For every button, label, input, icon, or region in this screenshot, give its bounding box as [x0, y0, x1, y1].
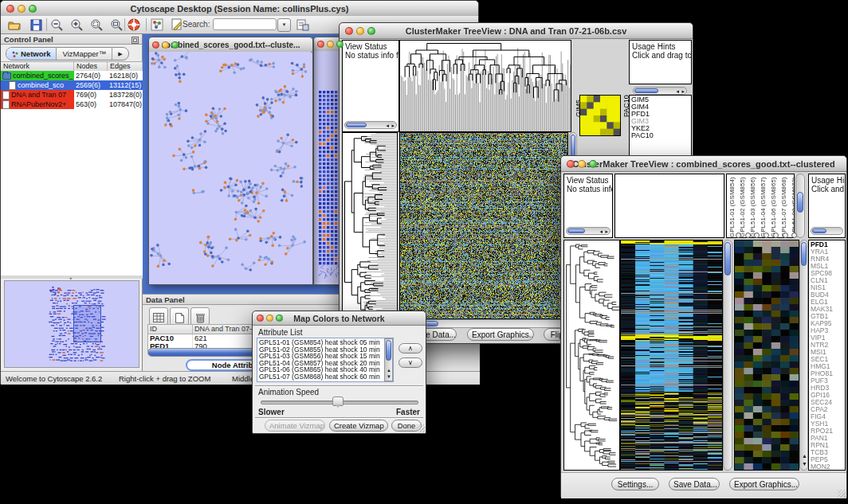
gene-label[interactable]: MON2 — [811, 463, 845, 471]
dialog-titlebar[interactable]: Map Colors to Network — [253, 311, 426, 326]
network-view-canvas[interactable] — [149, 52, 311, 283]
column-dendrogram-panel[interactable] — [614, 174, 724, 238]
scroll-right-icon[interactable]: ▸ — [605, 229, 608, 235]
zoom-heatmap[interactable] — [734, 240, 799, 471]
row-label[interactable]: PAC10 — [631, 132, 691, 139]
attribute-item[interactable]: GPL51-02 (GSM855) heat shock 10 min — [259, 346, 383, 354]
scroll-left-icon[interactable]: ◂ — [676, 88, 679, 95]
network-window-titlebar[interactable]: combined_scores_good.txt--cluste... — [149, 37, 312, 53]
close-icon[interactable] — [567, 160, 575, 168]
search-input[interactable] — [213, 18, 277, 30]
row-dendrogram[interactable] — [342, 132, 398, 319]
scroll-thumb[interactable] — [567, 229, 585, 233]
zoom-out-icon[interactable] — [49, 18, 64, 32]
scroll-thumb[interactable] — [724, 242, 731, 275]
tab-overflow-arrow[interactable]: ▶ — [112, 48, 128, 60]
global-heatmap[interactable] — [620, 240, 723, 471]
minimize-icon[interactable] — [356, 27, 364, 35]
scroll-left-icon[interactable]: ◂ — [386, 123, 389, 129]
save-data-button[interactable]: Save Data... — [669, 478, 720, 490]
tab-vizmapper[interactable]: VizMapper™ — [57, 48, 112, 60]
col-nodes[interactable]: Nodes — [74, 62, 108, 71]
treeview2-titlebar[interactable]: ClusterMaker TreeView : combined_scores_… — [561, 156, 846, 172]
zoom-fit-icon[interactable] — [109, 18, 124, 32]
zoom-window-icon[interactable] — [171, 41, 179, 49]
network-palette-icon[interactable] — [150, 18, 164, 32]
minimize-icon[interactable] — [266, 315, 273, 322]
column-label[interactable]: GPL51-03 (GSM856) — [749, 175, 757, 237]
view-status-scrollbar[interactable]: ◂ ▸ — [566, 227, 610, 235]
close-icon[interactable] — [152, 41, 159, 49]
heatmap-vscrollbar[interactable] — [723, 240, 732, 471]
attribute-item[interactable]: GPL51-06 (GSM865) heat shock 40 min — [259, 366, 383, 373]
column-label[interactable]: GPL51-06 (GSM865) — [770, 175, 778, 237]
attribute-browser-icon[interactable] — [296, 18, 310, 32]
slider-thumb[interactable] — [332, 397, 344, 406]
minimize-icon[interactable] — [162, 41, 169, 49]
gene-list-vscrollbar[interactable]: ▲ ▼ — [799, 240, 808, 471]
zoom-in-icon[interactable] — [69, 18, 84, 32]
save-icon[interactable] — [29, 18, 43, 32]
column-label[interactable]: GPL51-08 (GSM872) — [791, 175, 795, 237]
close-icon[interactable] — [257, 315, 264, 322]
attribute-list[interactable]: GPL51-01 (GSM854) heat shock 05 minGPL51… — [257, 338, 394, 382]
export-graphics-button[interactable]: Export Graphics... — [729, 478, 799, 490]
create-vizmap-button[interactable]: Create Vizmap — [329, 420, 388, 432]
network-overview-thumbnail[interactable] — [4, 280, 139, 368]
close-icon[interactable] — [317, 41, 324, 48]
column-label[interactable]: GPL51-01 (GSM854) — [728, 175, 736, 237]
scroll-down-icon[interactable]: ▼ — [387, 373, 391, 380]
attribute-item[interactable]: GPL51-07 (GSM868) heat shock 60 min — [259, 373, 383, 381]
network-row[interactable]: combined_sco2569(6)13112(15) — [1, 80, 143, 90]
network-row[interactable]: combined_scores_2764(0)16218(0) — [1, 71, 143, 80]
attribute-item[interactable]: GPL51-03 (GSM856) heat shock 15 min — [259, 353, 383, 360]
search-dropdown-button[interactable]: ▼ — [277, 18, 291, 32]
open-file-icon[interactable] — [7, 18, 22, 32]
minimize-icon[interactable] — [18, 5, 26, 13]
zoom-window-icon[interactable] — [367, 27, 375, 35]
main-titlebar[interactable]: Cytoscape Desktop (Session Name: collins… — [1, 1, 478, 17]
float-panel-icon[interactable] — [132, 36, 139, 46]
resize-grip[interactable] — [417, 424, 425, 432]
scroll-thumb[interactable] — [801, 242, 807, 266]
scroll-thumb[interactable] — [346, 123, 367, 127]
column-label[interactable]: GPL51-04 (GSM857) — [760, 175, 768, 237]
scroll-thumb[interactable] — [634, 88, 658, 93]
scroll-up-icon[interactable]: ▲ — [387, 367, 391, 373]
row-dendrogram[interactable] — [563, 240, 620, 471]
zoom-window-icon[interactable] — [589, 160, 597, 168]
attribute-item[interactable]: GPL51-04 (GSM857) heat shock 20 min — [259, 360, 383, 367]
scroll-down-icon[interactable]: ▼ — [802, 461, 807, 467]
minimize-icon[interactable] — [578, 160, 586, 168]
minimize-icon[interactable] — [327, 41, 334, 48]
close-icon[interactable] — [345, 27, 353, 35]
move-down-button[interactable]: ∨ — [398, 357, 422, 368]
animate-vizmap-button[interactable]: Animate Vizmap — [265, 420, 325, 432]
scroll-thumb[interactable] — [386, 340, 391, 361]
scroll-left-icon[interactable]: ◂ — [599, 229, 603, 235]
close-icon[interactable] — [6, 5, 14, 13]
scroll-up-icon[interactable]: ▲ — [802, 453, 807, 459]
col-edges[interactable]: Edges — [108, 62, 143, 71]
zoom-window-icon[interactable] — [336, 41, 344, 48]
scroll-right-icon[interactable]: ▸ — [391, 123, 395, 129]
column-label[interactable]: GPL51-02 (GSM855) — [739, 175, 747, 237]
panel-splitter[interactable]: ● — [1, 275, 143, 279]
move-up-button[interactable]: ∧ — [398, 343, 422, 354]
view-status-scrollbar[interactable]: ◂ ▸ — [344, 121, 397, 129]
zoom-window-icon[interactable] — [276, 315, 283, 322]
window-controls[interactable] — [6, 5, 37, 13]
resize-grip[interactable] — [838, 490, 846, 498]
global-heatmap[interactable] — [399, 132, 568, 319]
attribute-item[interactable]: GPL51-01 (GSM854) heat shock 05 min — [259, 339, 383, 346]
zoom-window-icon[interactable] — [29, 5, 37, 13]
settings-button[interactable]: Settings... — [611, 478, 659, 490]
col-network[interactable]: Network — [1, 62, 74, 71]
column-label[interactable]: GPL51-07 (GSM868) — [780, 175, 788, 237]
usage-hints-scrollbar[interactable] — [811, 227, 843, 235]
col-id[interactable]: ID — [148, 325, 193, 334]
column-dendrogram[interactable] — [399, 40, 571, 132]
treeview1-titlebar[interactable]: ClusterMaker TreeView : DNA and Tran 07-… — [340, 23, 693, 39]
network-row[interactable]: DNA and Tran 07769(0)183728(0) — [1, 90, 143, 100]
tab-network[interactable]: Network — [6, 48, 57, 60]
